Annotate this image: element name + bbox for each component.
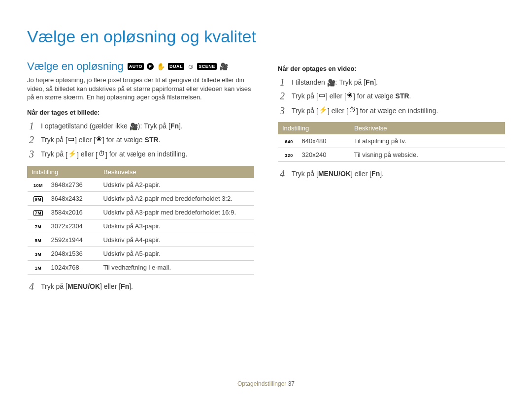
res-3m-icon: 3M [35, 252, 42, 257]
content-columns: Vælge en opløsning AUTO P ✋ DUAL ☺ SCENE… [27, 60, 505, 297]
mode-dual-icon: DUAL [168, 63, 184, 70]
table-header-description: Beskrivelse [350, 123, 505, 134]
section-title: Vælge en opløsning [27, 60, 124, 73]
left-subhead: Når der tages et billede: [27, 109, 254, 116]
left-step-3: Tryk på ⚡ eller ⏱ for at vælge en indsti… [27, 147, 254, 161]
footer-page-number: 37 [288, 380, 295, 387]
res-9m-icon: 9M [33, 196, 43, 202]
photo-resolution-table: Indstilling Beskrivelse 10M 3648x2736 Ud… [27, 166, 254, 275]
flash-icon: ⚡ [319, 106, 327, 116]
left-steps-cont: Tryk på [MENU/OK] eller [Fn]. [27, 279, 254, 293]
right-steps: I tilstanden 🎥: Tryk på [Fn]. Tryk på ▭ … [278, 75, 505, 118]
display-icon: ▭ [319, 92, 325, 101]
table-header-setting: Indstilling [278, 123, 350, 134]
res-7m-wide-icon: 7M [33, 210, 43, 216]
right-step-4: Tryk på [MENU/OK] eller [Fn]. [278, 167, 505, 181]
right-subhead: Når der optages en video: [278, 65, 505, 72]
table-row: 320 320x240 Til visning på webside. [278, 148, 505, 162]
right-step-1: I tilstanden 🎥: Tryk på [Fn]. [278, 75, 505, 89]
left-step-2: Tryk på ▭ eller ❀ for at vælge STR. [27, 133, 254, 147]
intro-paragraph: Jo højere opløsning, jo flere pixel brug… [27, 76, 254, 102]
mode-p-icon: P [147, 63, 154, 70]
mode-auto-icon: AUTO [128, 63, 144, 70]
table-header-setting: Indstilling [28, 166, 100, 178]
table-row: 3M 2048x1536 Udskriv på A5-papir. [28, 247, 254, 260]
flash-icon: ⚡ [68, 150, 76, 160]
res-320-icon: 320 [285, 153, 293, 158]
left-step-4: Tryk på [MENU/OK] eller [Fn]. [27, 279, 254, 293]
face-icon: ☺ [187, 63, 194, 70]
table-row: 5M 2592x1944 Udskriv på A4-papir. [28, 233, 254, 247]
page-title: Vælge en opløsning og kvalitet [27, 27, 505, 46]
video-icon: 🎥 [130, 123, 138, 130]
table-row: 640 640x480 Til afspilning på tv. [278, 134, 505, 148]
table-row: 7M 3072x2304 Udskriv på A3-papir. [28, 219, 254, 233]
table-header-description: Beskrivelse [100, 166, 254, 178]
left-column: Vælge en opløsning AUTO P ✋ DUAL ☺ SCENE… [27, 60, 254, 297]
right-step-2: Tryk på ▭ eller ❀ for at vælge STR. [278, 89, 505, 103]
table-row: 7M 3584x2016 Udskriv på A3-papir med bre… [28, 205, 254, 219]
manual-page: Vælge en opløsning og kvalitet Vælge en … [0, 0, 532, 401]
res-640-icon: 640 [285, 139, 293, 144]
macro-icon: ❀ [96, 135, 102, 145]
mode-icons: AUTO P ✋ DUAL ☺ SCENE 🎥 [128, 63, 228, 70]
res-1m-icon: 1M [35, 266, 42, 271]
macro-icon: ❀ [347, 92, 353, 101]
mode-scene-icon: SCENE [197, 63, 217, 70]
display-icon: ▭ [68, 135, 74, 145]
section-heading-row: Vælge en opløsning AUTO P ✋ DUAL ☺ SCENE… [27, 60, 254, 73]
left-steps: I optagetilstand (gælder ikke 🎥): Tryk p… [27, 119, 254, 162]
right-step-3: Tryk på ⚡ eller ⏱ for at vælge en indsti… [278, 104, 505, 118]
hand-icon: ✋ [157, 63, 165, 70]
timer-icon: ⏱ [98, 150, 105, 160]
right-steps-cont: Tryk på [MENU/OK] eller [Fn]. [278, 167, 505, 181]
res-7m-icon: 7M [35, 224, 42, 229]
video-icon: 🎥 [220, 63, 228, 70]
table-row: 10M 3648x2736 Udskriv på A2-papir. [28, 178, 254, 191]
left-step-1: I optagetilstand (gælder ikke 🎥): Tryk p… [27, 119, 254, 133]
res-5m-icon: 5M [35, 238, 42, 243]
table-row: 1M 1024x768 Til vedhæftning i e-mail. [28, 260, 254, 274]
right-column: Når der optages en video: I tilstanden 🎥… [278, 60, 505, 297]
video-resolution-table: Indstilling Beskrivelse 640 640x480 Til … [278, 122, 505, 162]
page-footer: Optageindstillinger 37 [0, 380, 532, 387]
table-row: 9M 3648x2432 Udskriv på A2-papir med bre… [28, 191, 254, 205]
res-10m-icon: 10M [33, 183, 43, 188]
timer-icon: ⏱ [349, 106, 356, 116]
video-icon: 🎥 [327, 79, 335, 86]
footer-section: Optageindstillinger [237, 380, 286, 387]
